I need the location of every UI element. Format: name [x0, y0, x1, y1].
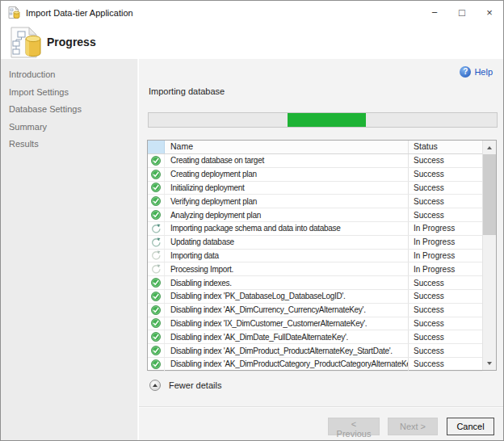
table-row[interactable]: Initializing deployment Success	[148, 182, 482, 195]
row-name: Creating deployment plan	[165, 168, 409, 181]
minimize-button[interactable]: −	[421, 1, 448, 25]
window-controls: − □ ×	[421, 1, 503, 25]
row-status: In Progress	[409, 222, 482, 235]
wizard-steps-sidebar: Introduction Import Settings Database Se…	[1, 59, 138, 440]
footer-divider	[139, 406, 503, 408]
table-row[interactable]: Processing Import. In Progress	[148, 262, 482, 276]
success-icon	[148, 276, 165, 289]
row-name: Analyzing deployment plan	[165, 208, 409, 221]
success-icon	[148, 344, 165, 357]
row-status: In Progress	[409, 250, 482, 262]
table-row[interactable]: Disabling index 'PK_DatabaseLog_Database…	[148, 290, 482, 304]
table-row[interactable]: Importing data In Progress	[148, 250, 482, 263]
row-name: Disabling index 'AK_DimDate_FullDateAlte…	[165, 330, 409, 343]
row-name: Disabling index 'AK_DimProductCategory_P…	[165, 358, 409, 371]
row-status: Success	[409, 168, 482, 181]
row-status: Success	[409, 154, 482, 167]
row-name: Disabling indexes.	[165, 276, 409, 289]
row-status: Success	[409, 182, 482, 195]
row-status: Success	[409, 358, 482, 371]
row-name: Processing Import.	[165, 262, 409, 275]
row-status: Success	[409, 276, 482, 289]
success-icon	[148, 304, 165, 317]
in-progress-icon	[148, 222, 165, 235]
data-tier-application-icon	[9, 26, 44, 61]
icon-column-header[interactable]	[148, 141, 165, 153]
wizard-header: Progress	[1, 25, 503, 59]
scroll-up-button[interactable]	[483, 141, 496, 154]
row-status: Success	[409, 317, 482, 330]
in-progress-light-icon	[148, 262, 165, 275]
row-status: In Progress	[409, 262, 482, 275]
table-row[interactable]: Verifying deployment plan Success	[148, 195, 482, 208]
in-progress-icon	[148, 236, 165, 249]
table-row[interactable]: Disabling index 'AK_DimProductCategory_P…	[148, 358, 482, 372]
success-icon	[148, 358, 165, 371]
row-status: Success	[409, 208, 482, 221]
help-label: Help	[474, 67, 493, 77]
vertical-scrollbar[interactable]	[482, 141, 496, 370]
progress-bar	[148, 112, 498, 128]
status-column-header[interactable]: Status	[409, 141, 482, 153]
fewer-details-toggle[interactable]: Fewer details	[149, 380, 221, 391]
row-name: Disabling index 'IX_DimCustomer_Customer…	[165, 317, 409, 330]
cancel-button[interactable]: Cancel	[447, 418, 494, 435]
table-row[interactable]: Importing package schema and data into d…	[148, 222, 482, 236]
scrollbar-thumb[interactable]	[483, 154, 496, 235]
chevron-up-icon	[487, 146, 492, 149]
row-name: Creating database on target	[165, 154, 409, 167]
importing-database-label: Importing database	[149, 86, 225, 96]
in-progress-light-icon	[148, 250, 165, 262]
window-title: Import Data-tier Application	[26, 1, 133, 25]
row-name: Disabling index 'AK_DimProduct_ProductAl…	[165, 344, 409, 357]
row-name: Importing data	[165, 250, 409, 262]
success-icon	[148, 208, 165, 221]
collapse-details-icon	[149, 380, 161, 391]
title-bar: Import Data-tier Application − □ ×	[1, 1, 503, 25]
success-icon	[148, 330, 165, 343]
success-icon	[148, 154, 165, 167]
row-name: Disabling index 'AK_DimCurrency_Currency…	[165, 304, 409, 317]
table-row[interactable]: Updating database In Progress	[148, 236, 482, 250]
app-icon	[8, 6, 21, 19]
fewer-details-label: Fewer details	[169, 380, 221, 390]
row-status: In Progress	[409, 236, 482, 249]
close-button[interactable]: ×	[476, 1, 503, 25]
success-icon	[148, 182, 165, 195]
next-button[interactable]: Next >	[388, 418, 438, 435]
row-status: Success	[409, 304, 482, 317]
sidebar-item-results[interactable]: Results	[1, 136, 137, 153]
table-header: Name Status	[148, 141, 482, 154]
sidebar-item-import-settings[interactable]: Import Settings	[1, 84, 137, 102]
table-row[interactable]: Creating database on target Success	[148, 154, 482, 168]
chevron-down-icon	[487, 362, 492, 365]
row-status: Success	[409, 344, 482, 357]
sidebar-item-introduction[interactable]: Introduction	[1, 66, 137, 84]
row-name: Updating database	[165, 236, 409, 249]
table-row[interactable]: Disabling index 'AK_DimProduct_ProductAl…	[148, 344, 482, 358]
sidebar-item-summary[interactable]: Summary	[1, 119, 137, 136]
row-name: Verifying deployment plan	[165, 195, 409, 208]
table-body: Creating database on target Success Crea…	[148, 154, 482, 372]
success-icon	[148, 290, 165, 303]
table-row[interactable]: Disabling index 'AK_DimCurrency_Currency…	[148, 304, 482, 317]
row-status: Success	[409, 195, 482, 208]
scroll-down-button[interactable]	[483, 356, 496, 370]
name-column-header[interactable]: Name	[165, 141, 409, 153]
sidebar-item-database-settings[interactable]: Database Settings	[1, 101, 137, 119]
success-icon	[148, 195, 165, 208]
table-row[interactable]: Disabling index 'IX_DimCustomer_Customer…	[148, 317, 482, 331]
row-status: Success	[409, 290, 482, 303]
row-status: Success	[409, 330, 482, 343]
row-name: Disabling index 'PK_DatabaseLog_Database…	[165, 290, 409, 303]
table-row[interactable]: Disabling indexes. Success	[148, 276, 482, 290]
help-link[interactable]: ? Help	[460, 66, 493, 78]
table-row[interactable]: Disabling index 'AK_DimDate_FullDateAlte…	[148, 330, 482, 344]
table-row[interactable]: Creating deployment plan Success	[148, 168, 482, 182]
main-panel: ? Help Importing database Name Status Cr…	[139, 59, 503, 440]
progress-table: Name Status Creating database on target …	[147, 140, 497, 371]
table-row[interactable]: Analyzing deployment plan Success	[148, 208, 482, 222]
maximize-button[interactable]: □	[448, 1, 476, 25]
previous-button[interactable]: < Previous	[328, 418, 380, 435]
row-name: Initializing deployment	[165, 182, 409, 195]
